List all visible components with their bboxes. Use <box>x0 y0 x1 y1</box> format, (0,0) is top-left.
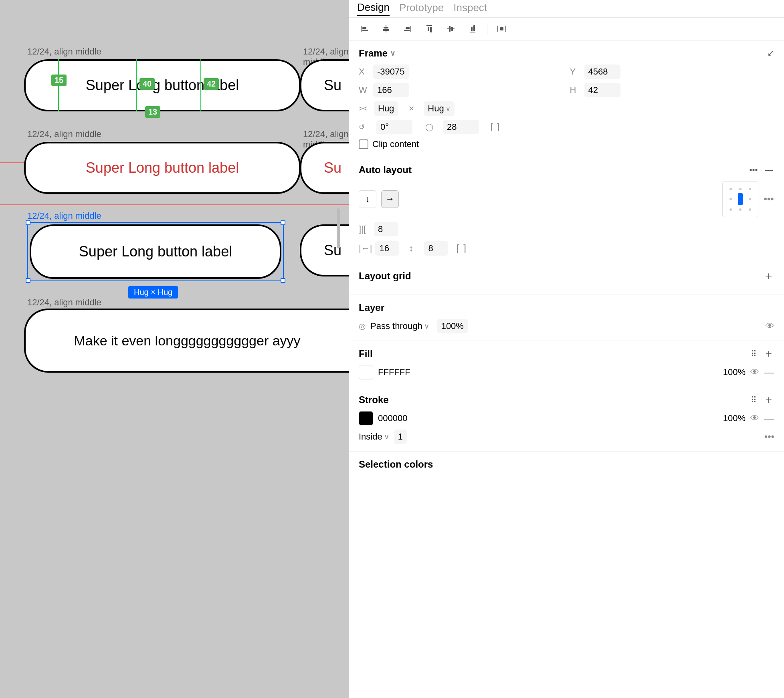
svg-rect-3 <box>386 25 386 32</box>
panel-body: Frame ∨ ⤢ X -39075 Y 4568 W 166 <box>349 40 784 698</box>
stroke-weight-value[interactable]: 1 <box>394 430 407 444</box>
dot-mc[interactable] <box>736 193 745 205</box>
al-clip-icon[interactable]: ⌈ ⌉ <box>456 243 466 254</box>
clip-content-checkbox[interactable] <box>359 139 368 149</box>
al-padding-h-value[interactable]: 16 <box>375 241 399 256</box>
fill-hex-value[interactable]: FFFFFF <box>378 367 717 377</box>
hug-row: >< Hug ✕ Hug ∨ <box>359 101 774 116</box>
fill-color-swatch[interactable] <box>359 365 373 379</box>
button-2r[interactable]: Su <box>300 142 349 194</box>
svg-rect-19 <box>505 26 506 32</box>
x-label: X <box>359 67 370 77</box>
auto-layout-minus-icon[interactable]: — <box>763 164 774 176</box>
handle-bl[interactable] <box>26 278 30 283</box>
hug-y-value[interactable]: Hug ∨ <box>424 101 454 116</box>
x-value[interactable]: -39075 <box>373 65 409 79</box>
w-value[interactable]: 166 <box>373 83 409 97</box>
canvas[interactable]: 12/24, align middle Super Long button la… <box>0 0 349 698</box>
stroke-meta-row: Inside ∨ 1 ••• <box>359 430 774 444</box>
al-gap-value[interactable]: 8 <box>374 222 398 236</box>
svg-rect-2 <box>362 30 368 31</box>
dot-mr <box>745 193 755 205</box>
frame-title: Frame ∨ <box>359 48 395 59</box>
svg-rect-15 <box>470 32 475 32</box>
layer-blend-icon: ◎ <box>359 321 366 331</box>
btn4-label: Make it even longgggggggggger ayyy <box>74 333 300 349</box>
stroke-hex-value[interactable]: 000000 <box>378 413 717 424</box>
al-more-options-icon[interactable]: ••• <box>763 194 774 205</box>
handle-br[interactable] <box>281 278 285 283</box>
frame-chevron-icon[interactable]: ∨ <box>390 49 395 58</box>
layer-blend-select[interactable]: Pass through ∨ <box>370 321 429 331</box>
al-padding-v-value[interactable]: 8 <box>424 241 448 256</box>
selection-box[interactable]: Super Long button label <box>27 222 284 281</box>
dot-grid <box>723 182 758 217</box>
fill-remove-icon[interactable]: — <box>764 366 774 379</box>
align-center-h-icon[interactable] <box>379 22 393 36</box>
y-value[interactable]: 4568 <box>584 65 620 79</box>
button-4[interactable]: Make it even longgggggggggger ayyy <box>24 309 349 373</box>
stroke-style-icon[interactable]: ⠿ <box>748 394 759 405</box>
hug-y-prefix: ✕ <box>408 104 420 113</box>
auto-layout-more-icon[interactable]: ••• <box>748 164 759 176</box>
handle-tr[interactable] <box>281 220 285 225</box>
stroke-position-text: Inside <box>359 432 382 442</box>
stroke-more-icon[interactable]: ••• <box>764 431 774 442</box>
al-grid <box>722 181 758 217</box>
stroke-position-select[interactable]: Inside ∨ <box>359 432 389 442</box>
layer-eye-icon[interactable]: 👁 <box>766 321 774 331</box>
stroke-eye-icon[interactable]: 👁 <box>750 413 759 424</box>
al-padding-v-icon: ↕ <box>409 243 421 254</box>
align-bottom-icon[interactable] <box>465 22 480 36</box>
layout-grid-add-icon[interactable]: + <box>763 270 774 282</box>
measure-badge-13: 13 <box>145 106 160 118</box>
rotation-row: ↺ 0° ◯ 28 ⌈ ⌉ <box>359 120 774 134</box>
fill-eye-icon[interactable]: 👁 <box>750 367 759 377</box>
al-right-btn[interactable]: → <box>381 190 399 208</box>
hug-x-value[interactable]: Hug <box>374 101 398 116</box>
al-down-btn[interactable]: ↓ <box>359 190 376 208</box>
align-top-icon[interactable] <box>422 22 436 36</box>
align-left-icon[interactable] <box>357 22 372 36</box>
stroke-opacity-value[interactable]: 100% <box>721 413 746 424</box>
radius-value[interactable]: 28 <box>443 120 479 134</box>
radius-icon: ◯ <box>425 123 436 131</box>
tab-inspect[interactable]: Inspect <box>453 2 487 16</box>
svg-rect-14 <box>451 27 453 31</box>
tab-design[interactable]: Design <box>357 1 390 16</box>
scrollbar[interactable] <box>337 208 340 248</box>
stroke-color-swatch[interactable] <box>359 411 373 426</box>
distribute-h-icon[interactable] <box>495 22 509 36</box>
dot-tr <box>745 185 755 193</box>
stroke-title: Stroke <box>359 394 389 405</box>
rotation-value[interactable]: 0° <box>376 120 412 134</box>
button-2[interactable]: Super Long button label <box>24 142 301 194</box>
align-middle-v-icon[interactable] <box>444 22 458 36</box>
svg-rect-8 <box>404 30 410 31</box>
tab-prototype[interactable]: Prototype <box>399 2 444 16</box>
svg-rect-17 <box>473 25 475 31</box>
svg-rect-18 <box>497 26 498 32</box>
handle-tl[interactable] <box>26 220 30 225</box>
dot-bc <box>736 205 745 214</box>
al-padding-row: |←| 16 ↕ 8 ⌈ ⌉ <box>359 241 774 256</box>
layer-blend-mode-text: Pass through <box>370 321 422 331</box>
fill-style-icon[interactable]: ⠿ <box>748 348 759 359</box>
clip-icon[interactable]: ⌈ ⌉ <box>490 122 500 132</box>
align-right-icon[interactable] <box>400 22 415 36</box>
dot-tc <box>736 185 745 193</box>
fill-section: Fill ⠿ + FFFFFF 100% 👁 — <box>349 341 784 387</box>
layer-opacity-value[interactable]: 100% <box>437 319 468 333</box>
h-value[interactable]: 42 <box>584 83 620 97</box>
al-direction-row: ↓ → <box>359 181 774 217</box>
button-1r[interactable]: Su 16 <box>300 59 349 111</box>
fill-opacity-value[interactable]: 100% <box>721 367 746 377</box>
fill-add-icon[interactable]: + <box>763 348 774 359</box>
right-panel: Design Prototype Inspect <box>349 0 784 698</box>
button-3r[interactable]: Su <box>300 224 349 276</box>
stroke-add-icon[interactable]: + <box>763 394 774 405</box>
measure-badge-15: 15 <box>51 75 67 86</box>
stroke-remove-icon[interactable]: — <box>764 412 774 425</box>
collapse-resize-icon[interactable]: ⤢ <box>767 48 774 59</box>
button-3-inner[interactable]: Super Long button label <box>30 224 281 279</box>
